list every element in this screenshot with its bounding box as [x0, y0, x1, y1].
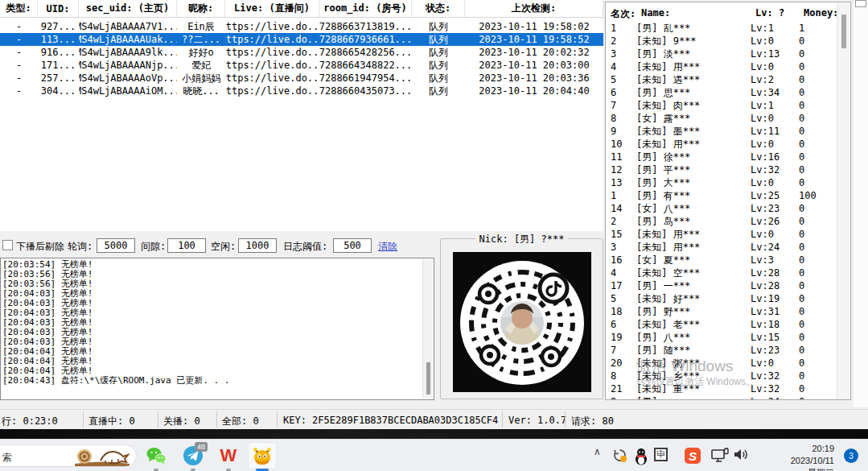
dinosaur-art-icon[interactable]: [73, 446, 131, 467]
rank-row[interactable]: 8[女] 露***Lv:00: [606, 112, 837, 125]
rank-cell-money: 0: [799, 332, 837, 343]
rank-row[interactable]: 18[男] 野***Lv:310: [606, 305, 837, 318]
rank-cell-rank: 20: [606, 357, 636, 369]
sogou-input-tray-icon[interactable]: S: [685, 448, 701, 464]
column-header-type[interactable]: 类型:: [0, 0, 38, 17]
desktop-background-strip: [0, 429, 868, 439]
column-header-live[interactable]: Live: (直播间): [225, 0, 319, 17]
rank-row[interactable]: 4[未知] 空***Lv:280: [606, 266, 837, 279]
rank-cell-name: [未知] 好***: [636, 292, 751, 306]
log-lines: [20:03:54] 无榜单![20:03:56] 无榜单![20:03:56]…: [1, 258, 434, 386]
table-cell: MS4wLjABAAAAiOM...: [79, 85, 177, 97]
rank-row[interactable]: 4[未知] 用***Lv:00: [606, 60, 837, 73]
log-scrollbar[interactable]: [422, 259, 433, 399]
bee-app-icon[interactable]: [251, 445, 274, 466]
rank-cell-name: [未知] 用***: [636, 60, 751, 74]
table-row[interactable]: -171...MS4wLjABAAAANjp...爱妃https://live.…: [0, 59, 603, 72]
rank-cell-name: [未知] 用***: [636, 138, 751, 151]
idle-input[interactable]: 1000: [238, 238, 277, 253]
rank-row[interactable]: 8[未知] 乡***Lv:320: [606, 370, 837, 382]
notification-count-badge[interactable]: 3: [844, 448, 858, 463]
rank-row[interactable]: 16[女] 夏***Lv:30: [606, 254, 837, 266]
poll-input[interactable]: 5000: [97, 238, 135, 253]
rank-row[interactable]: 20[未知] 粥***Lv:00: [606, 357, 837, 370]
rank-row[interactable]: 7[男] 随***Lv:230: [606, 344, 837, 357]
rank-row[interactable]: 1[男] 有***Lv:25100: [606, 189, 837, 202]
rank-row[interactable]: 5[未知] 好***Lv:190: [606, 292, 837, 305]
table-cell: 2023-10-11 19:58:02: [465, 21, 603, 32]
rank-row[interactable]: 9[未知] 墨***Lv:110: [606, 125, 837, 138]
rank-cell-money: 0: [799, 383, 837, 395]
table-cell: Ein辰: [177, 20, 225, 34]
corner-scrollbar-stub: [855, 0, 866, 7]
rank-cell-name: [未知] 用***: [636, 241, 751, 254]
table-row[interactable]: -304...MS4wLjABAAAAiOM...晓晓...https://li…: [0, 85, 603, 97]
clear-log-link[interactable]: 清除: [378, 240, 397, 254]
tray-chevron-icon[interactable]: ∧: [594, 446, 601, 457]
rank-row[interactable]: 19[男] 八***Lv:150: [606, 331, 837, 344]
rank-cell-lv: Lv:0: [751, 61, 799, 72]
rank-row[interactable]: 6[男] 思***Lv:340: [606, 86, 837, 99]
rank-row[interactable]: 12[男] 平***Lv:320: [606, 163, 837, 176]
rank-row[interactable]: 2[男] 岛***Lv:260: [606, 215, 837, 228]
column-header-uid[interactable]: UID:: [38, 0, 79, 17]
table-row[interactable]: -916...MS4wLjABAAAA9lk...好好ohttps://live…: [0, 46, 603, 59]
control-row: 下播后剔除 轮询: 5000 间隙: 100 空闲: 1000 日志阈值: 50…: [0, 237, 438, 254]
taskbar-clock[interactable]: 20:19 2023/10/11 星期三: [791, 443, 834, 471]
rank-row[interactable]: 2[未知] 9***Lv:00: [606, 35, 837, 48]
rank-row[interactable]: 21[未知] 重***Lv:320: [606, 382, 837, 395]
rank-row[interactable]: 5[未知] 遇***Lv:20: [606, 73, 837, 86]
column-header-lastcheck[interactable]: 上次检测:: [465, 0, 603, 17]
rank-row[interactable]: 1[男] 乱***Lv:11: [606, 22, 837, 35]
table-cell: MS4wLjABAAAAoVp...: [79, 72, 177, 84]
rank-row[interactable]: 17[男] 一***Lv:280: [606, 279, 837, 292]
rank-cell-lv: Lv:32: [751, 164, 799, 176]
status-runtime: 行: 0:23:0: [2, 415, 58, 428]
rank-cell-name: [未知] 乡***: [636, 370, 751, 383]
wps-icon[interactable]: W: [217, 445, 240, 466]
table-cell: MS4wLjABAAAAUak...: [79, 34, 177, 45]
table-row[interactable]: -257...MS4wLjABAAAAoVp...小娟妈妈https://liv…: [0, 72, 603, 85]
rank-row[interactable]: 6[未知] 老***Lv:180: [606, 318, 837, 331]
rank-header-lv: Lv: ?: [755, 7, 784, 19]
rank-scrollbar-thumb[interactable]: [841, 14, 846, 48]
stream-table-body: -927...MS4wLjABAAAA7V1...Ein辰https://liv…: [0, 18, 603, 97]
qq-tray-icon[interactable]: [633, 448, 649, 465]
chinese-app-tray-icon[interactable]: 申: [654, 448, 668, 461]
rank-row[interactable]: 15[未知] 用***Lv:00: [606, 228, 837, 241]
rank-cell-money: 0: [799, 345, 837, 356]
rank-row[interactable]: 7[未知] 肉***Lv:10: [606, 99, 837, 112]
table-row[interactable]: -113...MS4wLjABAAAAUak...??二...https://l…: [0, 33, 603, 46]
taskbar-search-box[interactable]: 索: [0, 444, 137, 467]
rank-row[interactable]: 3[男] 淡***Lv:130: [606, 48, 837, 60]
rank-cell-rank: 9: [606, 126, 636, 137]
avatar: [500, 301, 544, 345]
status-live-count: 直播中: 0: [88, 415, 135, 428]
rank-cell-lv: Lv:16: [751, 151, 799, 163]
log-scrollbar-thumb[interactable]: [426, 362, 430, 395]
log-box[interactable]: [20:03:54] 无榜单![20:03:56] 无榜单![20:03:56]…: [0, 258, 434, 400]
table-cell: -: [0, 85, 38, 97]
rank-row[interactable]: 9[男]Lv:240: [606, 395, 837, 400]
column-header-roomid[interactable]: room_id: (房号): [319, 0, 412, 17]
network-display-tray-icon[interactable]: [710, 448, 730, 464]
column-header-status[interactable]: 状态:: [412, 0, 465, 17]
rank-row[interactable]: 10[未知] 用***Lv:00: [606, 138, 837, 151]
rank-cell-name: [男] 野***: [636, 305, 751, 319]
column-header-secuid[interactable]: sec_uid: (主页): [79, 0, 177, 17]
volume-tray-icon[interactable]: [733, 448, 749, 461]
rank-row[interactable]: 11[男] 徐***Lv:160: [606, 151, 837, 163]
rank-cell-name: [男] 有***: [636, 189, 751, 203]
rank-panel-scrollbar[interactable]: [837, 3, 849, 399]
gap-input[interactable]: 100: [167, 238, 206, 253]
column-header-nick[interactable]: 昵称:: [177, 0, 225, 17]
log-threshold-input[interactable]: 500: [333, 238, 372, 253]
rank-row[interactable]: 3[未知] 用***Lv:240: [606, 241, 837, 254]
remove-after-offline-checkbox[interactable]: [2, 240, 13, 250]
rank-cell-name: [未知] 遇***: [636, 73, 751, 87]
sync-tray-icon[interactable]: [612, 448, 627, 463]
wechat-icon[interactable]: [145, 445, 167, 466]
rank-row[interactable]: 14[女] 八***Lv:230: [606, 202, 837, 215]
rank-row[interactable]: 13[男] 大***Lv:00: [606, 176, 837, 189]
table-row[interactable]: -927...MS4wLjABAAAA7V1...Ein辰https://liv…: [0, 20, 603, 33]
